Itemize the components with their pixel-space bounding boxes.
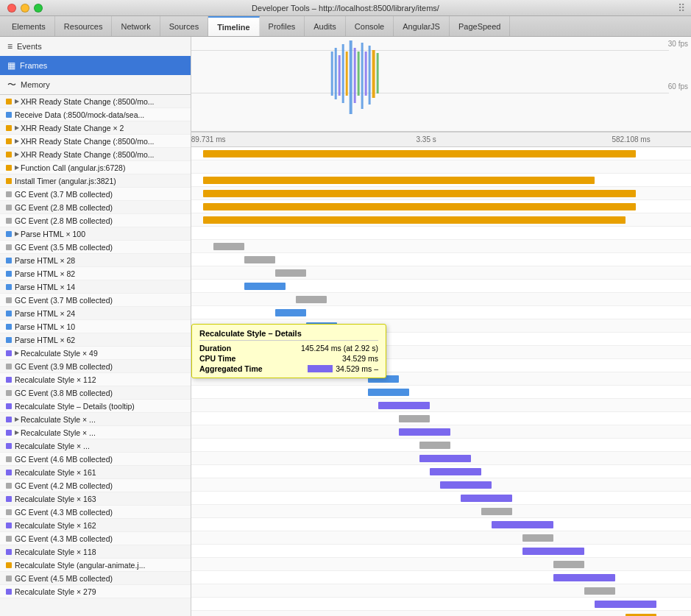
timeline-row[interactable]: ▶Recalculate Style × 49: [0, 347, 191, 360]
row-label: Recalculate Style × 279: [15, 587, 96, 596]
timeline-bar[interactable]: [203, 150, 636, 157]
tab-profiles[interactable]: Profiles: [260, 16, 305, 36]
expand-arrow[interactable]: ▶: [15, 416, 19, 422]
sidebar-item-memory[interactable]: 〜 Memory: [0, 75, 191, 94]
timeline-row[interactable]: Recalculate Style × 279: [0, 585, 191, 598]
timeline-bar[interactable]: [244, 283, 286, 290]
expand-arrow[interactable]: ▶: [15, 124, 19, 131]
timeline-row[interactable]: GC Event (3.7 MB collected): [0, 294, 191, 307]
timeline-row[interactable]: GC Event (2.8 MB collected): [0, 214, 191, 227]
tab-network[interactable]: Network: [112, 16, 160, 36]
expand-arrow[interactable]: ▶: [15, 164, 19, 171]
timeline-bar[interactable]: [440, 481, 492, 489]
timeline-row[interactable]: GC Event (4.3 MB collected): [0, 532, 191, 545]
timeline-row[interactable]: Recalculate Style × 162: [0, 519, 191, 532]
timeline-bar[interactable]: [492, 521, 553, 528]
maximize-button[interactable]: [34, 4, 43, 13]
timeline-row[interactable]: ▶Parse HTML × 100: [0, 227, 191, 241]
timeline-bar[interactable]: [553, 561, 584, 568]
timeline-bar[interactable]: [399, 415, 430, 422]
timeline-row[interactable]: Recalculate Style × 163: [0, 492, 191, 506]
timeline-row[interactable]: GC Event (3.7 MB collected): [0, 188, 191, 201]
timeline-row[interactable]: ▶XHR Ready State Change (:8500/mo...: [0, 148, 191, 161]
timeline-row[interactable]: Recalculate Style × 118: [0, 545, 191, 559]
timeline-bar[interactable]: [203, 216, 626, 224]
expand-arrow[interactable]: ▶: [15, 230, 19, 237]
timeline-bar[interactable]: [522, 548, 584, 555]
timeline-bar[interactable]: [595, 601, 656, 608]
timeline-row[interactable]: GC Event (2.8 MB collected): [0, 201, 191, 214]
timeline-bar[interactable]: [419, 455, 471, 462]
timeline-row[interactable]: GC Event (4.5 MB collected): [0, 572, 191, 585]
tab-resources[interactable]: Resources: [55, 16, 113, 36]
tab-pagespeed[interactable]: PageSpeed: [450, 16, 511, 36]
timeline-row[interactable]: GC Event (4.6 MB collected): [0, 453, 191, 466]
timeline-row[interactable]: GC Event (4.3 MB collected): [0, 506, 191, 519]
timeline-row[interactable]: GC Event (3.5 MB collected): [0, 241, 191, 254]
frames-icon: ▦: [7, 60, 15, 71]
expand-arrow[interactable]: ▶: [15, 138, 19, 144]
tab-sources[interactable]: Sources: [160, 16, 208, 36]
tab-console[interactable]: Console: [346, 16, 394, 36]
minimize-button[interactable]: [21, 4, 29, 13]
row-color-dot: [6, 483, 12, 489]
tab-audits[interactable]: Audits: [305, 16, 346, 36]
timeline-row[interactable]: ▶XHR Ready State Change (:8500/mo...: [0, 95, 191, 108]
close-button[interactable]: [7, 4, 16, 13]
timeline-row[interactable]: GC Event (3.9 MB collected): [0, 360, 191, 373]
tooltip-recalculate-style: Recalculate Style – Details Duration 145…: [191, 324, 386, 378]
timeline-row[interactable]: Parse HTML × 10: [0, 320, 191, 333]
timeline-bar[interactable]: [275, 269, 306, 277]
timeline-row[interactable]: Receive Data (:8500/mock-data/sea...: [0, 108, 191, 121]
timeline-row[interactable]: Parse HTML × 24: [0, 307, 191, 320]
timeline-row[interactable]: GC Event (4.2 MB collected): [0, 479, 191, 492]
timeline-bar[interactable]: [399, 428, 450, 436]
sidebar-item-frames[interactable]: ▦ Frames: [0, 56, 191, 75]
timeline-row[interactable]: Parse HTML × 82: [0, 267, 191, 280]
timeline-bar[interactable]: [419, 442, 450, 449]
timeline-row[interactable]: Recalculate Style × 161: [0, 466, 191, 479]
timeline-row[interactable]: Install Timer (angular.js:3821): [0, 174, 191, 188]
timeline-row[interactable]: ▶Function Call (angular.js:6728): [0, 161, 191, 174]
expand-arrow[interactable]: ▶: [15, 429, 19, 436]
timeline-row[interactable]: Parse HTML × 28: [0, 254, 191, 267]
timeline-row[interactable]: Recalculate Style – Details (tooltip): [0, 400, 191, 413]
expand-arrow[interactable]: ▶: [15, 151, 19, 157]
timeline-row[interactable]: Recalculate Style (angular-animate.j...: [0, 559, 191, 572]
timeline-bar[interactable]: [203, 190, 636, 197]
tab-angularjs[interactable]: AngularJS: [394, 16, 450, 36]
timeline-bar[interactable]: [430, 468, 481, 475]
timeline-row[interactable]: ▶Recalculate Style × ...: [0, 426, 191, 439]
timeline-bar[interactable]: [244, 256, 275, 263]
timeline-bar[interactable]: [584, 587, 615, 595]
timeline-bar[interactable]: [203, 203, 636, 210]
timeline-row[interactable]: GC Event (3.8 MB collected): [0, 386, 191, 400]
timeline-bar[interactable]: [481, 508, 512, 515]
timeline-row[interactable]: Recalculate Style × 112: [0, 373, 191, 386]
timeline-bar[interactable]: [203, 177, 595, 184]
timeline-row[interactable]: Parse HTML × 62: [0, 333, 191, 347]
timeline-bar[interactable]: [522, 534, 553, 542]
timeline-bar-row: [191, 147, 691, 160]
tab-timeline[interactable]: Timeline: [208, 16, 259, 36]
timeline-bar[interactable]: [553, 574, 615, 581]
row-label: Recalculate Style × 161: [15, 468, 96, 477]
timeline-row[interactable]: Recalculate Style × ...: [0, 439, 191, 453]
timeline-row[interactable]: ▶XHR Ready State Change (:8500/mo...: [0, 135, 191, 148]
timeline-bar[interactable]: [275, 309, 306, 316]
expand-arrow[interactable]: ▶: [15, 98, 19, 105]
timeline-bar[interactable]: [378, 402, 430, 409]
timeline-bar-row: [191, 611, 691, 616]
timeline-row[interactable]: Parse HTML × 14: [0, 280, 191, 294]
expand-arrow[interactable]: ▶: [15, 350, 19, 356]
row-color-dot: [6, 218, 12, 224]
timeline-bar[interactable]: [296, 296, 327, 303]
timeline-bar[interactable]: [368, 389, 409, 396]
timeline-row[interactable]: ▶XHR Ready State Change × 2: [0, 121, 191, 135]
sidebar-item-events[interactable]: ≡ Events: [0, 37, 191, 56]
timeline-bar[interactable]: [213, 243, 244, 250]
tab-elements[interactable]: Elements: [3, 16, 55, 36]
timeline-bar[interactable]: [461, 495, 512, 502]
timeline-row[interactable]: ▶Recalculate Style × ...: [0, 413, 191, 426]
row-label: Parse HTML × 14: [15, 283, 75, 291]
